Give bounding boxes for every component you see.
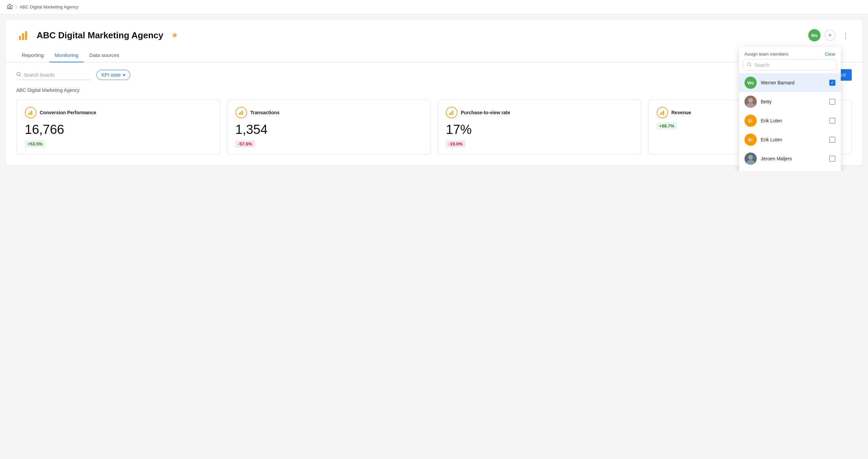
kpi-card-title: Conversion Performance <box>40 110 96 115</box>
kpi-card-title: Revenue <box>672 110 691 115</box>
search-boards-icon <box>16 72 21 78</box>
member-avatar: Er <box>744 134 757 146</box>
svg-rect-24 <box>663 111 664 115</box>
svg-rect-21 <box>452 111 453 115</box>
kpi-card-badge: +88.7% <box>657 122 677 129</box>
kpi-card-value: 1,354 <box>235 122 422 137</box>
kpi-card-badge: +53.5% <box>25 140 45 147</box>
member-checkbox[interactable] <box>829 80 835 86</box>
kpi-card-icon <box>25 107 36 118</box>
svg-line-4 <box>750 65 751 66</box>
assign-members-dropdown: Assign team members Clear We Werner Barn… <box>739 47 841 171</box>
tab-reporting[interactable]: Reporting <box>16 48 49 62</box>
chevron-down-icon: ▾ <box>123 72 125 78</box>
svg-line-12 <box>20 75 21 76</box>
member-avatar <box>744 153 757 165</box>
dropdown-search-box <box>743 59 837 71</box>
dropdown-clear-button[interactable]: Clear <box>825 52 835 57</box>
svg-point-11 <box>17 73 20 76</box>
member-item[interactable]: We Werner Barnard <box>739 73 841 92</box>
member-avatar: We <box>744 77 757 89</box>
kpi-card-icon <box>657 107 668 118</box>
kpi-card: Transactions 1,354 -57.6% <box>227 100 431 155</box>
main-container: ABC Digital Marketing Agency ★ We + ⋮ As… <box>5 20 863 165</box>
dropdown-search-icon <box>747 62 752 68</box>
svg-point-6 <box>747 103 755 108</box>
svg-point-7 <box>748 155 753 160</box>
member-avatar: Er <box>744 115 757 127</box>
page-header: ABC Digital Marketing Agency ★ We + ⋮ As… <box>5 20 863 43</box>
tabs: Reporting Monitoring Data sources <box>5 48 863 62</box>
member-checkbox[interactable] <box>829 137 835 143</box>
member-checkbox[interactable] <box>829 156 835 162</box>
kpi-card-icon <box>235 107 247 118</box>
member-name: Werner Barnard <box>761 80 825 85</box>
member-name: Betty <box>761 99 825 104</box>
board-section: ABC Digital Marketing Agency Conversion … <box>5 87 863 165</box>
svg-rect-18 <box>242 111 243 115</box>
member-list: We Werner Barnard Betty Er Erik Luten Er… <box>739 73 841 171</box>
brand-icon <box>16 28 31 43</box>
svg-rect-0 <box>19 36 21 40</box>
dropdown-search-input[interactable] <box>754 62 833 68</box>
member-checkbox[interactable] <box>829 118 835 124</box>
kpi-card-badge: -57.6% <box>235 140 255 147</box>
tab-monitoring[interactable]: Monitoring <box>49 48 84 62</box>
svg-point-3 <box>748 63 751 66</box>
kpi-card-value: 16,766 <box>25 122 212 137</box>
kpi-cards: Conversion Performance 16,766 +53.5% Tra… <box>16 100 852 155</box>
member-name: Erik Luten <box>761 137 825 142</box>
header-left: ABC Digital Marketing Agency ★ <box>16 28 178 43</box>
dropdown-title: Assign team members <box>744 52 788 57</box>
member-name: Jeroen Maljers <box>761 156 825 161</box>
svg-rect-23 <box>661 112 662 115</box>
svg-rect-17 <box>240 112 241 115</box>
dropdown-header: Assign team members Clear <box>739 47 841 59</box>
svg-rect-15 <box>31 111 32 115</box>
kpi-card-header: Transactions <box>235 107 422 118</box>
member-item[interactable]: Betty <box>739 92 841 111</box>
favorite-star-icon[interactable]: ★ <box>171 31 178 40</box>
breadcrumb-bar: / ABC Digital Marketing Agency <box>0 0 868 14</box>
svg-rect-22 <box>660 113 661 115</box>
kpi-state-label: KPI state <box>101 72 121 78</box>
board-title: ABC Digital Marketing Agency <box>16 87 852 93</box>
svg-rect-14 <box>30 112 31 115</box>
breadcrumb-separator: / <box>16 4 17 9</box>
breadcrumb-page-name: ABC Digital Marketing Agency <box>20 4 78 9</box>
member-item[interactable]: Er Erik Luten <box>739 111 841 130</box>
kpi-card-title: Transactions <box>250 110 280 115</box>
svg-point-5 <box>748 98 753 103</box>
kpi-card-value: 17% <box>446 122 633 137</box>
kpi-card-badge: -19.0% <box>446 140 465 147</box>
svg-rect-2 <box>25 31 27 40</box>
add-member-button[interactable]: + <box>825 30 835 41</box>
avatar[interactable]: We <box>808 29 820 41</box>
member-checkbox[interactable] <box>829 99 835 105</box>
kpi-card-title: Purchase-to-view rate <box>461 110 510 115</box>
member-name: Erik Luten <box>761 118 825 123</box>
kpi-card: Purchase-to-view rate 17% -19.0% <box>437 100 641 155</box>
kpi-card-header: Purchase-to-view rate <box>446 107 633 118</box>
member-item[interactable]: Jeroen Maljers <box>739 149 841 168</box>
kpi-card: Conversion Performance 16,766 +53.5% <box>16 100 220 155</box>
svg-rect-16 <box>239 113 240 115</box>
search-boards-input-container <box>16 70 91 80</box>
kpi-state-filter[interactable]: KPI state ▾ <box>96 70 130 80</box>
home-icon[interactable] <box>7 3 13 11</box>
tab-data-sources[interactable]: Data sources <box>84 48 125 62</box>
page-title: ABC Digital Marketing Agency <box>37 30 163 41</box>
more-options-button[interactable]: ⋮ <box>839 30 852 41</box>
search-boards-input[interactable] <box>24 72 91 78</box>
header-right: We + ⋮ Assign team members Clear <box>808 29 852 41</box>
svg-rect-1 <box>22 33 24 40</box>
member-avatar <box>744 96 757 108</box>
svg-rect-19 <box>449 113 450 115</box>
kpi-card-header: Conversion Performance <box>25 107 212 118</box>
member-item[interactable]: Er Erik Luten <box>739 130 841 149</box>
member-item[interactable]: J Jerrel Zandgrond <box>739 168 841 171</box>
svg-rect-20 <box>451 112 452 115</box>
kpi-card-icon <box>446 107 457 118</box>
toolbar: KPI state ▾ + board <box>5 62 863 87</box>
svg-rect-13 <box>28 113 29 115</box>
